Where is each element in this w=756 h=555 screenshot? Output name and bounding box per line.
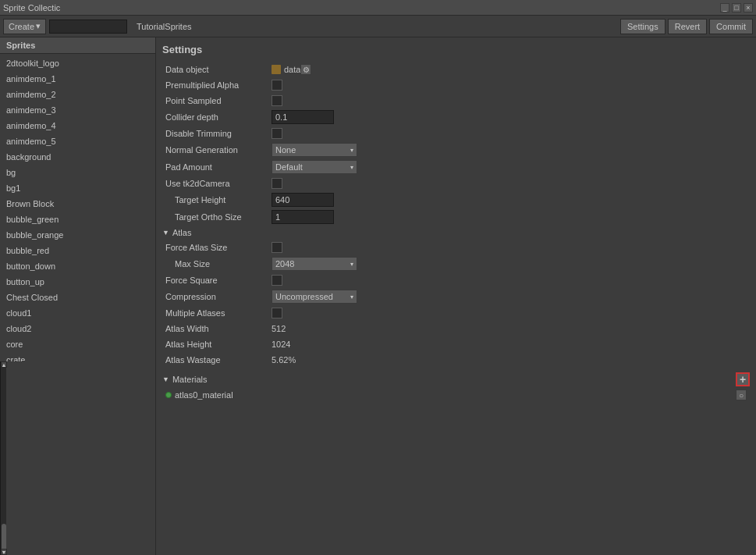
settings-row: Atlas Wastage5.62% xyxy=(162,352,750,368)
settings-row-label: Normal Generation xyxy=(162,145,272,155)
data-object-label: data xyxy=(284,65,300,74)
settings-text-input[interactable] xyxy=(272,193,334,207)
material-item: atlas0_material ○ xyxy=(162,388,750,402)
materials-list: atlas0_material ○ xyxy=(162,388,750,402)
list-item[interactable]: animdemo_2 xyxy=(0,87,155,102)
list-item[interactable]: bubble_red xyxy=(0,243,155,258)
settings-row-label: Force Atlas Size xyxy=(162,243,272,252)
settings-dropdown[interactable]: None▾ xyxy=(272,143,357,157)
settings-row-label: Collider depth xyxy=(162,112,272,122)
settings-rows: Data object data ⚙Premultiplied AlphaPoi… xyxy=(162,62,750,226)
settings-row: CompressionUncompressed▾ xyxy=(162,288,750,305)
settings-checkbox[interactable] xyxy=(272,80,282,91)
close-button[interactable]: × xyxy=(744,3,753,12)
settings-row: Max Size2048▾ xyxy=(162,255,750,272)
settings-row: Target Height xyxy=(162,191,750,208)
settings-checkbox[interactable] xyxy=(272,128,282,139)
settings-text-input[interactable] xyxy=(272,210,334,224)
settings-row: Use tk2dCamera xyxy=(162,176,750,191)
settings-title: Settings xyxy=(162,44,750,55)
settings-dropdown[interactable]: 2048▾ xyxy=(272,257,357,271)
settings-checkbox[interactable] xyxy=(272,242,282,253)
settings-row-label: Atlas Width xyxy=(162,324,272,333)
scroll-up-button[interactable]: ▲ xyxy=(1,361,7,368)
list-item[interactable]: core xyxy=(0,336,155,352)
settings-row-label: Target Height xyxy=(162,195,272,205)
settings-text-input[interactable] xyxy=(272,110,334,124)
minimize-button[interactable]: _ xyxy=(720,3,729,12)
create-button[interactable]: Create ▾ xyxy=(3,19,46,34)
settings-row: Atlas Height1024 xyxy=(162,336,750,352)
list-item[interactable]: bubble_green xyxy=(0,212,155,227)
data-object-gear-button[interactable]: ⚙ xyxy=(300,64,311,75)
settings-value: 5.62% xyxy=(272,355,750,365)
settings-row: Multiple Atlases xyxy=(162,305,750,321)
sprites-header: Sprites xyxy=(0,37,155,54)
atlas-arrow-icon: ▼ xyxy=(162,229,169,237)
atlas-section-label: Atlas xyxy=(172,228,191,237)
settings-row-label: Compression xyxy=(162,292,272,301)
tab-label: TutorialSprites xyxy=(130,22,198,31)
settings-row-label: Data object xyxy=(162,65,272,74)
search-input[interactable] xyxy=(49,20,127,34)
settings-checkbox[interactable] xyxy=(272,95,282,106)
list-item[interactable]: animdemo_4 xyxy=(0,118,155,133)
right-panel: Settings Data object data ⚙Premultiplied… xyxy=(156,37,756,555)
settings-row: Collider depth xyxy=(162,109,750,126)
list-item[interactable]: crate xyxy=(0,352,155,361)
list-item[interactable]: bubble_orange xyxy=(0,227,155,243)
list-item[interactable]: Brown Block xyxy=(0,196,155,212)
left-panel: Sprites 2dtoolkit_logoanimdemo_1animdemo… xyxy=(0,37,156,555)
material-status-dot xyxy=(165,392,172,398)
window-controls[interactable]: _ □ × xyxy=(720,3,753,12)
list-item[interactable]: cloud2 xyxy=(0,321,155,336)
list-item[interactable]: Chest Closed xyxy=(0,290,155,305)
settings-value: 512 xyxy=(272,324,750,333)
commit-button[interactable]: Commit xyxy=(709,19,753,34)
list-item[interactable]: button_up xyxy=(0,274,155,290)
add-material-button[interactable]: + xyxy=(736,372,750,386)
toolbar: Create ▾ TutorialSprites Settings Revert… xyxy=(0,16,756,37)
settings-row-label: Multiple Atlases xyxy=(162,308,272,318)
settings-row-label: Target Ortho Size xyxy=(162,212,272,222)
settings-row: Disable Trimming xyxy=(162,126,750,141)
settings-checkbox[interactable] xyxy=(272,275,282,286)
remove-material-button[interactable]: ○ xyxy=(736,390,747,400)
materials-section-header[interactable]: ▼ Materials xyxy=(162,372,736,386)
settings-checkbox[interactable] xyxy=(272,308,282,318)
settings-row: Point Sampled xyxy=(162,93,750,109)
sprite-list[interactable]: 2dtoolkit_logoanimdemo_1animdemo_2animde… xyxy=(0,54,155,361)
settings-button[interactable]: Settings xyxy=(620,19,665,34)
settings-row-label: Disable Trimming xyxy=(162,129,272,138)
list-item[interactable]: cloud1 xyxy=(0,305,155,321)
settings-dropdown[interactable]: Default▾ xyxy=(272,160,357,174)
maximize-button[interactable]: □ xyxy=(732,3,741,12)
settings-row: Force Atlas Size xyxy=(162,240,750,255)
list-item[interactable]: bg xyxy=(0,165,155,180)
list-item[interactable]: animdemo_1 xyxy=(0,71,155,87)
settings-row: Premultiplied Alpha xyxy=(162,77,750,93)
settings-row-label: Atlas Height xyxy=(162,340,272,349)
list-item[interactable]: 2dtoolkit_logo xyxy=(0,55,155,71)
scroll-down-button[interactable]: ▼ xyxy=(1,549,7,555)
settings-dropdown[interactable]: Uncompressed▾ xyxy=(272,290,357,304)
window-title: Sprite Collectic xyxy=(3,3,60,12)
list-item[interactable]: animdemo_5 xyxy=(0,133,155,149)
list-item[interactable]: background xyxy=(0,149,155,165)
revert-button[interactable]: Revert xyxy=(668,19,707,34)
settings-row-label: Max Size xyxy=(162,259,272,269)
settings-row: Pad AmountDefault▾ xyxy=(162,158,750,176)
data-object-icon xyxy=(272,65,281,74)
data-object-row: data xyxy=(272,65,300,74)
materials-header: ▼ Materials + xyxy=(162,371,750,388)
list-scrollbar[interactable]: ▲ ▼ xyxy=(0,361,6,555)
settings-row: Target Ortho Size xyxy=(162,208,750,226)
settings-row-label: Use tk2dCamera xyxy=(162,179,272,188)
atlas-section-header[interactable]: ▼ Atlas xyxy=(162,226,750,240)
settings-checkbox[interactable] xyxy=(272,178,282,189)
list-item[interactable]: button_down xyxy=(0,258,155,274)
list-item[interactable]: animdemo_3 xyxy=(0,102,155,118)
settings-row: Atlas Width512 xyxy=(162,321,750,336)
list-item[interactable]: bg1 xyxy=(0,180,155,196)
settings-row-label: Atlas Wastage xyxy=(162,355,272,365)
